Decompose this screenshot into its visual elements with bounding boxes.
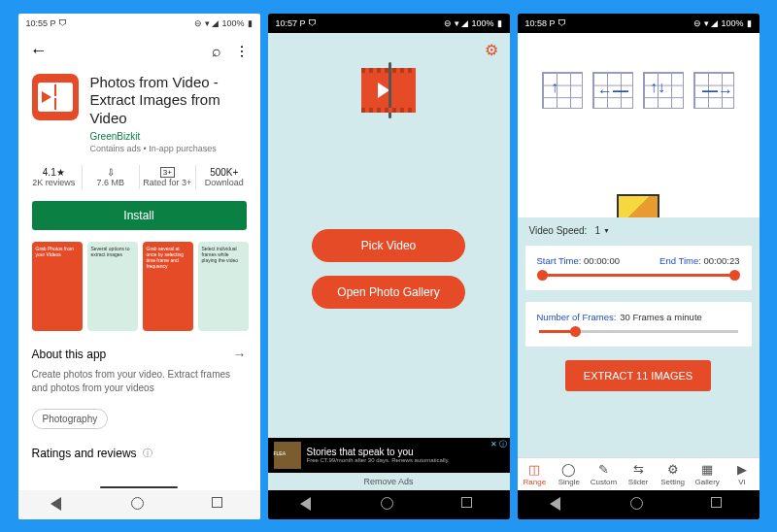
nav-back[interactable] — [550, 497, 565, 513]
nav-home[interactable] — [381, 497, 396, 513]
nav-bar — [268, 490, 510, 519]
reviews-label: Ratings and reviews — [32, 447, 137, 460]
stat-age[interactable]: 3+Rated for 3+ — [140, 165, 197, 189]
back-icon[interactable]: ← — [30, 41, 48, 61]
app-bar: ← ⌕ ⋯ — [18, 33, 260, 70]
more-icon[interactable]: ⋯ — [234, 45, 250, 58]
ad-image: FLEA — [274, 442, 301, 469]
time-range-card: Start Time: 00:00:00 End Time: 00:00:23 — [525, 246, 752, 290]
stat-rating[interactable]: 4.1★2K reviews — [26, 165, 84, 189]
nav-home[interactable] — [131, 497, 147, 513]
nav-back[interactable] — [300, 497, 316, 513]
about-description: Create photos from your video. Extract f… — [18, 368, 260, 403]
tab-setting[interactable]: ⚙Setting — [656, 462, 691, 486]
ad-subtitle: Free CT.99/month after 30 days. Renews a… — [307, 457, 450, 463]
tab-gallery[interactable]: ▦Gallery — [690, 462, 725, 486]
app-logo — [361, 68, 416, 113]
install-button[interactable]: Install — [32, 201, 247, 230]
settings-icon[interactable]: ⚙ — [485, 41, 498, 59]
tab-custom[interactable]: ✎Custom — [587, 462, 622, 486]
app-title: Photos from Video - Extract Images from … — [90, 74, 247, 128]
phone-extract: 10:58 P ⛉ ⊖ ▾ ◢ 100% ▮ ↑ ←— ↑↓ —→ Video … — [518, 14, 760, 519]
grid-1: ↑ — [542, 72, 583, 109]
stat-downloads: 500K+Download — [196, 165, 253, 189]
caret-down-icon: ▼ — [603, 227, 610, 234]
nav-recent[interactable] — [461, 497, 477, 513]
frames-thumb[interactable] — [570, 326, 581, 337]
status-bar: 10:55 P ⛉ ⊖ ▾ ◢ 100% ▮ — [18, 14, 260, 33]
speed-row: Video Speed: 1 ▼ — [518, 217, 760, 240]
nav-back[interactable] — [51, 497, 66, 513]
bottom-tabs: ◫Range ◯Single ✎Custom ⇆Slider ⚙Setting … — [518, 457, 760, 490]
range-slider[interactable] — [539, 274, 738, 277]
screenshot-2[interactable]: Several options to extract images — [87, 242, 138, 331]
frames-slider[interactable] — [539, 330, 738, 333]
about-row[interactable]: About this app → — [18, 337, 260, 368]
ad-close-icon[interactable]: ✕ ⓘ — [490, 439, 507, 449]
screenshot-1[interactable]: Grab Photos from your Videos — [32, 242, 83, 331]
app-icon — [32, 74, 79, 120]
status-bar: 10:57 P ⛉ ⊖ ▾ ◢ 100% ▮ — [268, 14, 510, 33]
cube-object — [617, 194, 659, 217]
nav-bar — [18, 490, 260, 519]
video-preview[interactable]: ↑ ←— ↑↓ —→ — [518, 33, 760, 217]
remove-ads-link[interactable]: Remove Ads — [268, 473, 510, 490]
main-area: ⚙ Pick Video Open Photo Gallery FLEA Sto… — [268, 33, 510, 490]
phone-app-main: 10:57 P ⛉ ⊖ ▾ ◢ 100% ▮ ⚙ Pick Video Open… — [268, 14, 510, 519]
stat-size: ⇩7.6 MB — [83, 165, 140, 189]
app-subtitle: Contains ads • In-app purchases — [90, 144, 247, 153]
range-end-thumb[interactable] — [729, 270, 740, 281]
nav-recent[interactable] — [212, 497, 227, 513]
app-hero: Photos from Video - Extract Images from … — [18, 70, 260, 159]
tab-single[interactable]: ◯Single — [552, 462, 587, 486]
ad-title: Stories that speak to you — [307, 447, 450, 457]
extract-button[interactable]: EXTRACT 11 IMAGES — [565, 360, 711, 391]
category-tag[interactable]: Photography — [32, 409, 109, 429]
speed-dropdown[interactable]: 1 ▼ — [594, 225, 610, 236]
info-icon[interactable]: ⓘ — [143, 447, 152, 460]
ad-banner[interactable]: FLEA Stories that speak to you Free CT.9… — [268, 438, 510, 473]
reviews-row[interactable]: Ratings and reviews ⓘ — [18, 435, 260, 466]
gesture-bar — [100, 486, 178, 488]
frames-card: Number of Frames: 30 Frames a minute — [525, 302, 752, 347]
stats-row: 4.1★2K reviews ⇩7.6 MB 3+Rated for 3+ 50… — [18, 159, 260, 195]
screenshot-3[interactable]: Grab several at once by selecting time f… — [143, 242, 193, 331]
nav-recent[interactable] — [711, 497, 726, 513]
open-gallery-button[interactable]: Open Photo Gallery — [312, 276, 464, 309]
status-bar: 10:58 P ⛉ ⊖ ▾ ◢ 100% ▮ — [518, 14, 760, 33]
tab-slider[interactable]: ⇆Slider — [621, 462, 656, 486]
range-start-thumb[interactable] — [537, 270, 548, 281]
speed-label: Video Speed: — [529, 225, 588, 236]
developer-link[interactable]: GreenBizkit — [90, 131, 247, 142]
grid-4: —→ — [693, 72, 734, 109]
about-label: About this app — [32, 348, 107, 361]
search-icon[interactable]: ⌕ — [212, 43, 221, 60]
nav-home[interactable] — [630, 497, 646, 513]
grid-3: ↑↓ — [643, 72, 684, 109]
arrow-right-icon: → — [233, 347, 247, 362]
extract-screen: ↑ ←— ↑↓ —→ Video Speed: 1 ▼ Start Time: … — [518, 33, 760, 490]
screenshots[interactable]: Grab Photos from your Videos Several opt… — [18, 236, 260, 337]
grid-2: ←— — [592, 72, 633, 109]
phone-playstore: 10:55 P ⛉ ⊖ ▾ ◢ 100% ▮ ← ⌕ ⋯ Photos from… — [18, 14, 260, 519]
screenshot-4[interactable]: Select individual frames while playing t… — [198, 242, 249, 331]
tab-range[interactable]: ◫Range — [518, 462, 553, 486]
tab-video[interactable]: ▶Vi — [725, 462, 760, 486]
pick-video-button[interactable]: Pick Video — [312, 229, 464, 262]
nav-bar — [518, 490, 760, 519]
